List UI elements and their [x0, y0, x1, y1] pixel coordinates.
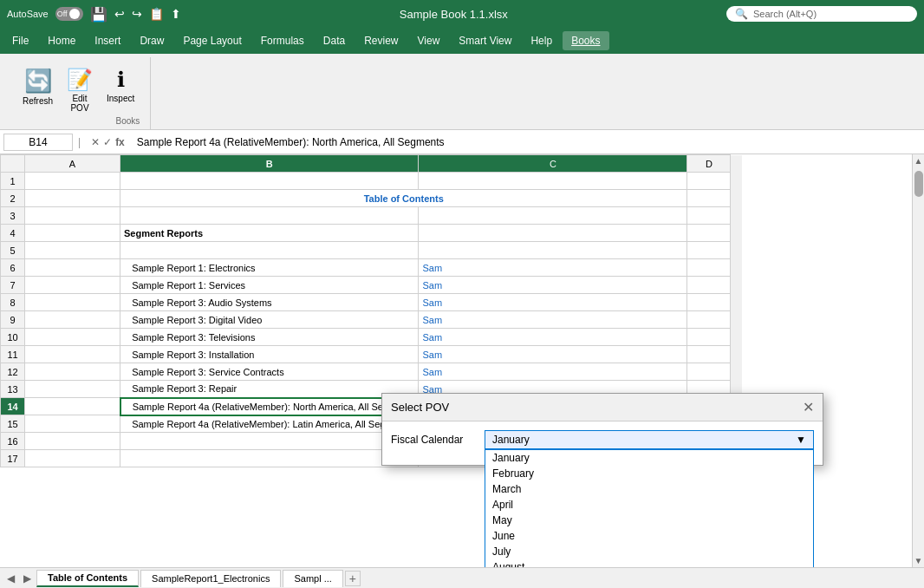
undo-icon[interactable]: ↩: [114, 7, 125, 21]
cell-12a[interactable]: [25, 363, 120, 381]
inspect-button[interactable]: ℹ Inspect: [101, 64, 140, 107]
fiscal-calendar-dropdown[interactable]: January ▼ January February March April M…: [485, 430, 814, 449]
scroll-down-arrow[interactable]: ▼: [913, 554, 924, 567]
clipboard-icon[interactable]: 📋: [149, 7, 164, 21]
menu-smart-view[interactable]: Smart View: [450, 31, 520, 50]
cell-9d[interactable]: [687, 311, 731, 329]
cell-11c[interactable]: Sam: [419, 346, 687, 363]
cell-1b[interactable]: [120, 173, 419, 190]
menu-help[interactable]: Help: [522, 31, 561, 50]
cell-3b[interactable]: [120, 207, 419, 225]
scroll-thumb[interactable]: [914, 171, 923, 197]
cell-9b[interactable]: Sample Report 3: Digital Video: [120, 311, 419, 329]
cell-10d[interactable]: [687, 329, 731, 346]
cell-4a[interactable]: [25, 225, 120, 242]
cell-7c[interactable]: Sam: [419, 277, 687, 294]
menu-insert[interactable]: Insert: [86, 31, 129, 50]
cell-12b[interactable]: Sample Report 3: Service Contracts: [120, 363, 419, 381]
cell-8c[interactable]: Sam: [419, 294, 687, 311]
insert-function-icon[interactable]: fx: [115, 136, 125, 148]
upload-icon[interactable]: ⬆: [171, 7, 181, 21]
menu-draw[interactable]: Draw: [131, 31, 172, 50]
dropdown-item-july[interactable]: July: [485, 544, 813, 559]
cell-16a[interactable]: [25, 433, 120, 450]
dropdown-selected[interactable]: January ▼: [485, 430, 814, 449]
dropdown-list[interactable]: January February March April May June Ju…: [485, 449, 814, 567]
cell-15b[interactable]: Sample Report 4a (RelativeMember): Latin…: [120, 415, 419, 433]
tab-sampl[interactable]: Sampl ...: [283, 570, 342, 587]
cell-14b[interactable]: Sample Report 4a (RelativeMember): North…: [120, 398, 419, 415]
menu-page-layout[interactable]: Page Layout: [174, 31, 250, 50]
search-box[interactable]: 🔍 Search (Alt+Q): [726, 6, 917, 22]
formula-input[interactable]: [133, 134, 921, 150]
scroll-up-arrow[interactable]: ▲: [913, 154, 924, 167]
cell-11a[interactable]: [25, 346, 120, 363]
cell-7a[interactable]: [25, 277, 120, 294]
cell-6b[interactable]: Sample Report 1: Electronics: [120, 259, 419, 277]
dropdown-item-june[interactable]: June: [485, 528, 813, 544]
cell-6a[interactable]: [25, 259, 120, 277]
dropdown-item-may[interactable]: May: [485, 513, 813, 528]
cell-1a[interactable]: [25, 173, 120, 190]
cell-6c[interactable]: Sam: [419, 259, 687, 277]
cell-3c[interactable]: [419, 207, 687, 225]
cell-4b[interactable]: Segment Reports: [120, 225, 419, 242]
menu-home[interactable]: Home: [39, 31, 84, 50]
refresh-button[interactable]: 🔄 Refresh: [17, 64, 58, 109]
cell-15a[interactable]: [25, 415, 120, 433]
edit-pov-button[interactable]: 📝 EditPOV: [62, 64, 98, 116]
cell-13b[interactable]: Sample Report 3: Repair: [120, 381, 419, 398]
cell-5d[interactable]: [687, 242, 731, 259]
menu-books[interactable]: Books: [563, 31, 608, 50]
tab-samplereport1-electronics[interactable]: SampleReport1_Electronics: [140, 570, 281, 587]
cell-reference[interactable]: [3, 134, 73, 151]
add-tab-button[interactable]: +: [345, 571, 361, 586]
col-header-a[interactable]: A: [25, 155, 120, 173]
menu-review[interactable]: Review: [355, 31, 407, 50]
cell-9a[interactable]: [25, 311, 120, 329]
cell-8d[interactable]: [687, 294, 731, 311]
col-header-d[interactable]: D: [687, 155, 731, 173]
cell-8b[interactable]: Sample Report 3: Audio Systems: [120, 294, 419, 311]
cell-7d[interactable]: [687, 277, 731, 294]
col-header-b[interactable]: B: [120, 155, 419, 173]
confirm-formula-icon[interactable]: ✓: [103, 136, 112, 148]
dropdown-item-august[interactable]: August: [485, 559, 813, 567]
select-pov-modal[interactable]: Select POV ✕ Fiscal Calendar January ▼ J…: [381, 393, 823, 466]
cell-16b[interactable]: [120, 433, 419, 450]
cell-12c[interactable]: Sam: [419, 363, 687, 381]
menu-formulas[interactable]: Formulas: [252, 31, 313, 50]
cell-1d[interactable]: [687, 173, 731, 190]
dropdown-item-february[interactable]: February: [485, 466, 813, 481]
dropdown-item-march[interactable]: March: [485, 481, 813, 497]
redo-icon[interactable]: ↪: [132, 7, 142, 21]
cell-6d[interactable]: [687, 259, 731, 277]
cell-2d[interactable]: [687, 190, 731, 207]
tab-table-of-contents[interactable]: Table of Contents: [36, 570, 139, 587]
cell-3a[interactable]: [25, 207, 120, 225]
cell-10b[interactable]: Sample Report 3: Televisions: [120, 329, 419, 346]
cell-7b[interactable]: Sample Report 1: Services: [120, 277, 419, 294]
cell-4d[interactable]: [687, 225, 731, 242]
cell-1c[interactable]: [419, 173, 687, 190]
cell-2a[interactable]: [25, 190, 120, 207]
cell-3d[interactable]: [687, 207, 731, 225]
col-header-c[interactable]: C: [419, 155, 687, 173]
cell-8a[interactable]: [25, 294, 120, 311]
cell-11b[interactable]: Sample Report 3: Installation: [120, 346, 419, 363]
menu-file[interactable]: File: [3, 31, 37, 50]
save-icon[interactable]: 💾: [90, 6, 107, 23]
cell-12d[interactable]: [687, 363, 731, 381]
vertical-scrollbar[interactable]: ▲ ▼: [912, 154, 924, 567]
cell-5a[interactable]: [25, 242, 120, 259]
menu-view[interactable]: View: [409, 31, 449, 50]
menu-data[interactable]: Data: [315, 31, 354, 50]
cell-17a[interactable]: [25, 450, 120, 467]
cell-17b[interactable]: [120, 450, 419, 467]
cell-10a[interactable]: [25, 329, 120, 346]
cell-11d[interactable]: [687, 346, 731, 363]
modal-close-button[interactable]: ✕: [803, 399, 814, 415]
cell-title[interactable]: Table of Contents: [120, 190, 687, 207]
cell-10c[interactable]: Sam: [419, 329, 687, 346]
cell-13a[interactable]: [25, 381, 120, 398]
